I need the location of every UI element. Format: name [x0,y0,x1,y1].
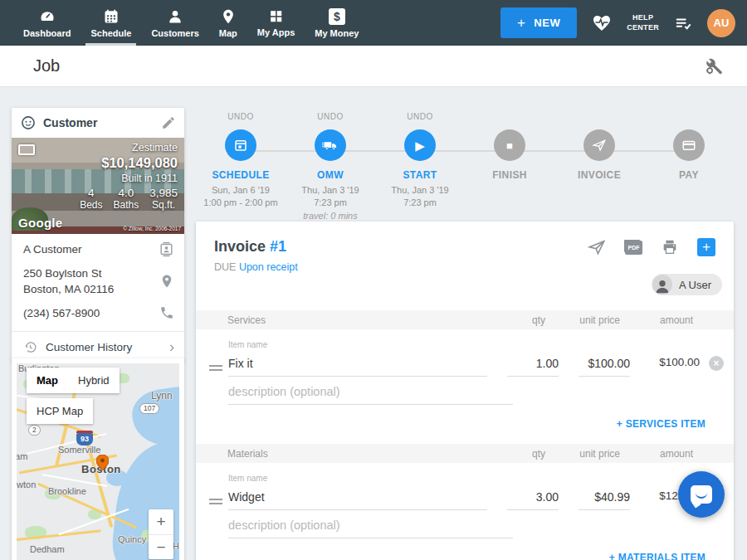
play-glyph: ▶ [415,139,425,152]
material-name-input[interactable] [228,489,487,510]
pay-card-icon[interactable] [673,129,705,161]
remove-item-button[interactable]: × [709,356,724,371]
map-label-waltham: ham [17,451,27,461]
step-label: PAY [644,169,734,181]
baths-label: Baths [114,199,139,211]
services-header-row: Services qty unit price amount [196,310,734,329]
print-icon[interactable] [661,238,679,256]
omw-truck-icon[interactable] [315,129,346,161]
nav-item-customers[interactable]: Customers [141,0,208,46]
nav-item-map[interactable]: Map [209,0,247,46]
step-label: INVOICE [554,169,644,181]
nav-item-my-apps[interactable]: My Apps [247,0,305,46]
address-line1: 250 Boylston St [23,267,102,280]
step-label: SCHEDULE [196,169,286,181]
undo-schedule-link[interactable]: UNDO [196,112,286,122]
customer-phone: (234) 567-8900 [23,305,100,322]
user-silhouette-icon [652,275,672,295]
customer-history-label: Customer History [46,341,132,353]
activity-feed-icon[interactable] [673,14,693,32]
zoom-out-button[interactable]: − [149,534,173,559]
service-amount: $100.00 [630,356,700,376]
customer-face-icon [20,114,37,131]
materials-header: Materials [227,448,486,460]
hcp-map-button[interactable]: HCP Map [27,398,93,424]
material-unit-price-input[interactable] [579,489,630,510]
nav-label: My Apps [257,27,295,37]
service-qty-input[interactable] [507,355,559,377]
assigned-user-pill[interactable]: A User [652,274,722,295]
qty-column-header: qty [486,314,545,326]
job-tools-icon[interactable] [704,56,724,76]
user-avatar[interactable]: AU [707,9,735,37]
phone-icon[interactable] [159,305,174,320]
new-button-label: NEW [534,17,560,29]
send-invoice-icon[interactable] [587,238,607,256]
chat-bubble-button[interactable] [678,471,725,518]
drag-handle[interactable] [209,365,222,371]
finish-stop-icon[interactable]: ■ [494,129,525,161]
map-label-lynn: Lynn [151,390,173,402]
invoice-title: Invoice [214,238,266,255]
map-label-somerville: Somerville [58,445,100,455]
material-qty-input[interactable] [507,489,559,510]
built-year: Built in 1911 [35,173,178,184]
help-line-1: HELP [627,13,659,22]
step-time: 1:00 pm - 2:00 pm [196,197,286,209]
undo-omw-link[interactable]: UNDO [286,112,375,122]
zoom-in-button[interactable]: + [149,509,173,534]
add-services-item-link[interactable]: + SERVICES ITEM [617,418,706,430]
page-title: Job [33,56,60,75]
map-type-map-button[interactable]: Map [27,368,68,393]
map-type-hybrid-button[interactable]: Hybrid [68,368,120,393]
map-label-quincy: Quincy [118,534,146,544]
map-zoom-control: + − [149,509,173,559]
service-name-input[interactable] [228,355,487,377]
plus-icon: + [517,19,525,27]
heart-pulse-icon[interactable] [591,13,613,33]
drag-handle[interactable] [209,499,222,504]
material-item-row: Item name $122.97 [196,463,734,538]
service-description-input[interactable] [228,383,513,405]
due-value-link[interactable]: Upon receipt [239,261,298,273]
step-date: Sun, Jan 6 '19 [196,184,286,197]
nav-item-schedule[interactable]: Schedule [81,0,141,46]
invoice-card: Invoice #1 DUE Upon receipt PDF + A User… [196,222,734,560]
street-view-icon[interactable] [18,144,35,155]
undo-start-link[interactable]: UNDO [375,112,465,122]
step-label: OMW [286,169,375,181]
location-pin-icon[interactable] [159,274,174,289]
person-icon [167,8,183,25]
nav-label: My Money [315,28,359,38]
nav-item-my-money[interactable]: $ My Money [305,0,369,46]
page-header: Job [0,46,747,87]
invoice-number[interactable]: #1 [270,238,286,255]
schedule-step-icon[interactable] [225,129,256,161]
unit-price-column-header: unit price [545,448,620,460]
route-2-shield: 2 [28,425,41,436]
material-description-input[interactable] [228,517,513,538]
nav-item-dashboard[interactable]: Dashboard [13,0,81,46]
help-center-link[interactable]: HELP CENTER [627,13,659,32]
customer-card-title: Customer [43,116,97,129]
contact-card-icon[interactable] [159,241,174,257]
map-label-newton: Newton [17,480,36,489]
pdf-icon[interactable]: PDF [625,241,642,255]
invoice-send-icon[interactable] [583,129,615,161]
add-invoice-button[interactable]: + [697,238,715,256]
edit-pencil-icon[interactable] [161,115,176,130]
unit-price-column-header: unit price [545,314,620,326]
service-unit-price-input[interactable] [579,355,630,377]
map-type-buttons: Map Hybrid [27,368,120,393]
map-pin-icon [220,8,237,25]
start-play-icon[interactable]: ▶ [404,129,436,161]
timeline-step-omw: UNDO OMW Thu, Jan 3 '19 7:23 pm travel: … [286,112,375,222]
customer-history-row[interactable]: Customer History › [12,332,184,362]
address-line2: Boston, MA 02116 [23,283,114,295]
new-button[interactable]: + NEW [500,7,577,38]
map-marker-pin[interactable] [96,455,109,470]
map-canvas[interactable]: Burlington Lynn 107 2 93 Somerville ham … [17,363,179,560]
calendar-icon [103,8,120,25]
add-materials-item-link[interactable]: + MATERIALS ITEM [609,552,706,560]
beds-label: Beds [80,199,102,211]
